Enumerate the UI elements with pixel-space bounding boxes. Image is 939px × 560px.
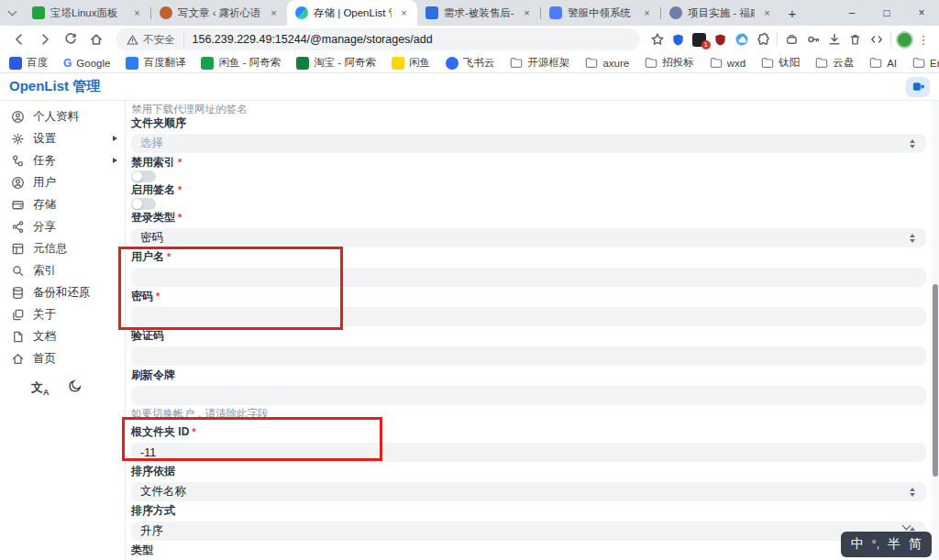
bookmark-folder-kaiyuan[interactable]: 开源框架: [510, 56, 569, 70]
download-icon[interactable]: [824, 28, 844, 50]
back-button[interactable]: [7, 27, 31, 51]
close-tab-icon[interactable]: ×: [760, 6, 774, 20]
extension-red-shield-icon[interactable]: [711, 28, 730, 50]
bookmark-xianyu[interactable]: 闲鱼: [392, 56, 430, 70]
code-icon[interactable]: [867, 28, 886, 50]
tab-jingfu[interactable]: 警服中领系统 - 集团中领订单汇 ×: [541, 0, 660, 26]
ime-width-mode[interactable]: 半: [888, 536, 900, 553]
field-username: 用户名*: [131, 250, 926, 287]
tab-openlist-active[interactable]: 存储 | OpenList 管理 ×: [287, 0, 417, 26]
tab-search-button[interactable]: [0, 0, 24, 26]
url-text: 156.239.229.49:15244/@manage/storages/ad…: [193, 33, 433, 46]
disable-index-toggle[interactable]: [131, 170, 156, 182]
browser-menu-icon[interactable]: ⋮: [915, 33, 932, 47]
storage-add-form: 禁用下载代理网址的签名 文件夹顺序 选择 禁用索引* 启用签名* 登录类型*: [126, 101, 939, 560]
sidebar-item-backup[interactable]: 备份和还原: [0, 281, 125, 303]
folder-icon: [510, 57, 523, 69]
maximize-button[interactable]: □: [869, 0, 904, 26]
bookmark-folder-emsoft[interactable]: EmSoft: [912, 57, 939, 69]
sidebar-item-docs[interactable]: 文档: [0, 325, 125, 347]
sidebar-item-indexes[interactable]: 索引: [0, 259, 125, 281]
reload-button[interactable]: [59, 27, 83, 51]
bookmark-xianyu-aqs[interactable]: 闲鱼 - 阿奇索: [201, 56, 281, 70]
order-by-select[interactable]: 文件名称: [131, 482, 926, 501]
sidebar-item-tasks[interactable]: 任务: [0, 149, 125, 171]
bookmark-folder-axure[interactable]: axure: [585, 57, 629, 69]
ime-charset-mode[interactable]: 简: [909, 536, 922, 553]
extension-dark-badge-icon[interactable]: 1: [690, 28, 709, 50]
bookmark-folder-zhaotoubiao[interactable]: 招投标: [645, 56, 694, 70]
storage-icon: [11, 198, 25, 212]
sidebar-item-settings[interactable]: 设置: [0, 127, 125, 149]
ime-punctuation-mode[interactable]: °,: [872, 538, 879, 551]
extension-cloud-icon[interactable]: [732, 28, 751, 50]
password-input[interactable]: [131, 307, 926, 326]
security-chip[interactable]: 不安全: [127, 33, 184, 47]
sidebar-item-storages[interactable]: 存储: [0, 193, 125, 215]
tab-wordpress[interactable]: 写文章 ‹ 露祈心语 — WordPre ×: [151, 0, 287, 26]
extension-blue-shield-icon[interactable]: [668, 28, 688, 50]
folder-icon: [912, 57, 925, 69]
expand-arrow-icon: [113, 158, 117, 163]
panel-toggle-button[interactable]: [906, 77, 930, 97]
field-label: 禁用索引*: [131, 156, 926, 169]
scrollbar-thumb[interactable]: [933, 284, 938, 477]
sidebar-item-about[interactable]: 关于: [0, 303, 125, 325]
close-window-button[interactable]: ×: [904, 0, 939, 26]
sidebar-item-shares[interactable]: 分享: [0, 215, 125, 237]
close-tab-icon[interactable]: ×: [130, 6, 144, 20]
folder-icon: [761, 57, 774, 69]
sidebar-item-profile[interactable]: 个人资料: [0, 105, 125, 127]
sidebar-item-home[interactable]: 首页: [0, 347, 125, 369]
enable-sign-toggle[interactable]: [131, 198, 156, 210]
refresh-token-input[interactable]: [131, 386, 926, 405]
login-type-select[interactable]: 密码: [131, 228, 926, 247]
minimize-button[interactable]: –: [834, 0, 869, 26]
panel-toggle-icon: [911, 80, 925, 93]
bookmark-feishu[interactable]: 飞书云: [446, 56, 495, 70]
select-placeholder: 选择: [140, 136, 163, 151]
extension-tool-icon[interactable]: [782, 28, 801, 50]
bookmark-baidu[interactable]: 百度: [9, 56, 48, 70]
sidebar-item-users[interactable]: 用户: [0, 171, 125, 193]
close-tab-icon[interactable]: ×: [640, 6, 654, 20]
close-tab-icon[interactable]: ×: [267, 6, 281, 20]
extensions-puzzle-icon[interactable]: [753, 28, 772, 50]
home-button[interactable]: [84, 27, 108, 51]
language-switch-icon[interactable]: 文A: [31, 379, 50, 397]
ime-lang-mode[interactable]: 中: [851, 536, 864, 553]
bookmark-star-icon[interactable]: [647, 28, 667, 50]
folder-order-select[interactable]: 选择: [131, 134, 926, 153]
folder-icon: [585, 57, 598, 69]
trash-icon[interactable]: [845, 28, 865, 50]
bookmark-folder-ai[interactable]: AI: [869, 57, 897, 69]
sidebar-item-metas[interactable]: 元信息: [0, 237, 125, 259]
address-bar[interactable]: 不安全 156.239.229.49:15244/@manage/storage…: [116, 28, 640, 50]
field-refresh-token: 刷新令牌 如要切换帐户，请清除此字段: [131, 368, 926, 420]
bookmark-taobao-aqs[interactable]: 淘宝 - 阿奇索: [296, 56, 376, 70]
captcha-input[interactable]: [131, 346, 926, 366]
order-direction-select[interactable]: 升序: [131, 522, 926, 541]
close-tab-icon[interactable]: ×: [397, 6, 411, 20]
dark-mode-icon[interactable]: [68, 379, 83, 397]
profile-avatar[interactable]: [896, 31, 913, 49]
root-folder-id-input[interactable]: [131, 443, 926, 462]
field-helper-text: 禁用下载代理网址的签名: [131, 103, 926, 115]
forward-button[interactable]: [33, 27, 57, 51]
field-password: 密码*: [131, 290, 926, 326]
bookmark-baidu-fanyi[interactable]: 百度翻译: [126, 56, 185, 70]
ime-status-bar[interactable]: 中 °, 半 简: [841, 532, 932, 557]
tab-fjut[interactable]: 项目实施 - 福建理工大学 数采 ×: [661, 0, 780, 26]
bookmark-google[interactable]: GGoogle: [63, 57, 110, 70]
tab-baota[interactable]: 宝塔Linux面板 ×: [24, 0, 150, 26]
bookmark-folder-wxd[interactable]: wxd: [710, 57, 746, 69]
field-label: 文件夹顺序: [131, 116, 926, 129]
username-input[interactable]: [131, 268, 926, 287]
password-key-icon[interactable]: [803, 28, 823, 50]
profile-icon: [11, 110, 25, 124]
bookmark-folder-taiyang[interactable]: 钛阳: [761, 56, 800, 70]
new-tab-button[interactable]: +: [780, 0, 804, 26]
tab-tapd[interactable]: 需求-被装售后-TAPD平台 ×: [417, 0, 540, 26]
bookmark-folder-yunpan[interactable]: 云盘: [815, 56, 854, 70]
close-tab-icon[interactable]: ×: [520, 6, 534, 20]
